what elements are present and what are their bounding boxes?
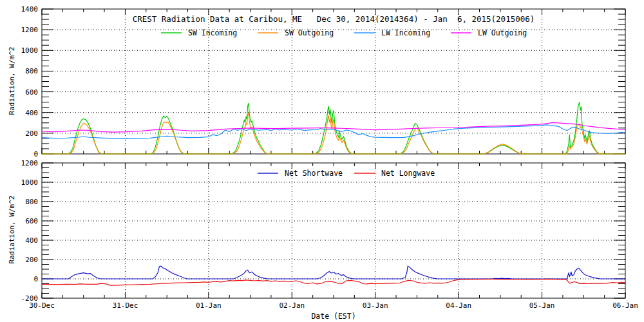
radiation-chart-figure: 0200400600800100012001400SW IncomingSW O… <box>0 0 644 322</box>
legend-label: LW Incoming <box>381 28 430 37</box>
legend-label: Net Longwave <box>381 169 435 178</box>
bottom-panel-y-axis-title: Radiation, W/m^2 <box>8 159 16 301</box>
y-tick-label: 200 <box>25 129 38 138</box>
y-tick-label: 600 <box>25 217 38 225</box>
legend-label: Net Shortwave <box>285 169 343 178</box>
y-tick-label: 1000 <box>21 46 39 55</box>
y-tick-label: 800 <box>25 67 38 75</box>
x-tick-label: 03-Jan <box>363 301 388 310</box>
x-tick-label: 05-Jan <box>529 301 555 310</box>
legend-label: SW Outgoing <box>285 28 334 37</box>
x-tick-label: 30-Dec <box>29 301 55 310</box>
legend-label: SW Incoming <box>188 28 237 37</box>
y-tick-label: 400 <box>25 236 38 245</box>
y-tick-label: 1200 <box>21 159 39 167</box>
x-tick-label: 06-Jan <box>612 301 638 310</box>
series-net-longwave <box>42 279 625 285</box>
y-tick-label: 0 <box>33 275 38 283</box>
y-tick-label: 200 <box>25 256 38 264</box>
chart-title: CREST Radiation Data at Caribou, ME Dec … <box>42 14 625 24</box>
x-tick-label: 31-Dec <box>113 301 138 310</box>
series-lw-outgoing <box>42 122 625 132</box>
y-tick-label: 400 <box>25 109 38 117</box>
y-tick-label: 0 <box>33 150 38 158</box>
x-tick-label: 01-Jan <box>196 301 222 310</box>
y-tick-label: 800 <box>25 198 38 206</box>
y-tick-label: 600 <box>25 88 38 97</box>
y-tick-label: 1000 <box>21 178 39 187</box>
radiation-plot-svg: 0200400600800100012001400SW IncomingSW O… <box>0 0 644 322</box>
y-tick-label: 1200 <box>21 26 39 34</box>
y-tick-label: 1400 <box>21 5 39 14</box>
legend-label: LW Outgoing <box>478 28 527 37</box>
top-panel-y-axis-title: Radiation, W/m^2 <box>8 10 16 152</box>
x-tick-label: 04-Jan <box>446 301 471 310</box>
x-axis-title: Date (EST) <box>42 312 625 321</box>
x-tick-label: 02-Jan <box>279 301 305 310</box>
plot-box <box>42 163 625 298</box>
series-net-shortwave <box>42 266 625 279</box>
